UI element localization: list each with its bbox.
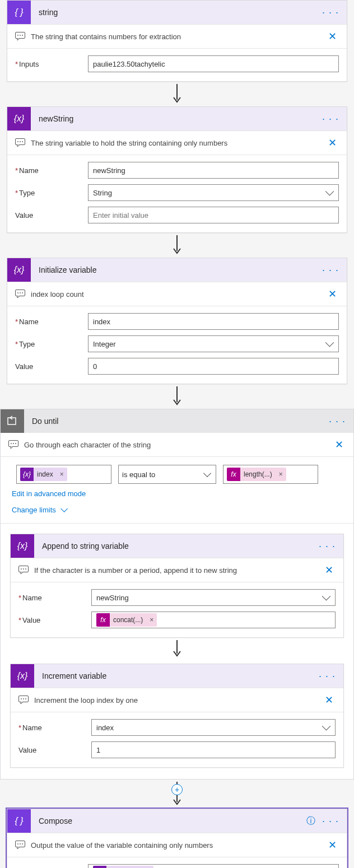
close-description-button[interactable]: ✕: [326, 137, 339, 149]
step-increment: {x} Increment variable · · · Increment t…: [10, 664, 344, 768]
svg-point-27: [23, 698, 24, 699]
step-string: { } string · · · The string that contain…: [7, 0, 347, 82]
condition-row: {x} index × is equal to fx length(...) ×: [1, 457, 353, 487]
comment-icon: [15, 32, 25, 41]
value-field[interactable]: 0: [88, 358, 339, 375]
name-label: Name: [15, 166, 88, 175]
variable-icon: {x}: [20, 468, 34, 481]
close-description-button[interactable]: ✕: [326, 30, 339, 43]
svg-point-28: [25, 698, 26, 699]
add-step-button[interactable]: +: [171, 784, 183, 795]
value-field[interactable]: fx concat(...) ×: [91, 612, 336, 628]
variable-icon: {x}: [7, 258, 31, 282]
condition-left[interactable]: {x} index ×: [16, 465, 111, 484]
name-label: Name: [15, 318, 88, 326]
variable-icon: {x}: [93, 866, 106, 868]
type-field[interactable]: Integer: [88, 335, 339, 352]
help-button[interactable]: ⓘ: [306, 815, 315, 827]
svg-point-21: [21, 568, 22, 570]
comment-icon: [8, 440, 18, 449]
step-description-row: The string that contains numbers for ext…: [7, 24, 347, 49]
token-remove-button[interactable]: ×: [146, 616, 157, 624]
step-title: string: [39, 8, 320, 17]
close-description-button[interactable]: ✕: [326, 839, 339, 851]
step-title: Append to string variable: [42, 542, 316, 550]
change-limits-link[interactable]: Change limits: [12, 506, 66, 514]
inputs-field[interactable]: paulie123.50tachytelic: [88, 55, 339, 72]
step-title: Increment variable: [42, 671, 316, 680]
close-description-button[interactable]: ✕: [323, 564, 336, 576]
edit-advanced-mode-link[interactable]: Edit in advanced mode: [12, 489, 86, 498]
more-menu-button[interactable]: · · ·: [316, 670, 338, 682]
type-label: Type: [15, 340, 88, 348]
comment-icon: [15, 841, 25, 850]
name-field[interactable]: index: [88, 313, 339, 330]
comment-icon: [15, 138, 25, 147]
step-do-until: Do until · · · Go through each character…: [0, 409, 354, 780]
fx-icon: fx: [96, 613, 110, 627]
variable-icon: {x}: [11, 534, 34, 558]
step-description: If the character is a number or a period…: [34, 566, 323, 575]
step-header[interactable]: {x} Append to string variable · · ·: [11, 534, 343, 558]
connector-arrow: [0, 233, 354, 258]
step-description: Output the value of the variable contain…: [31, 841, 326, 850]
comment-icon: [18, 696, 29, 704]
name-field[interactable]: newString: [91, 589, 336, 606]
more-menu-button[interactable]: · · ·: [320, 7, 341, 18]
token-remove-button[interactable]: ×: [57, 470, 67, 478]
step-append: {x} Append to string variable · · · If t…: [10, 534, 344, 638]
svg-point-33: [22, 843, 23, 844]
connector-arrow: [0, 82, 354, 106]
data-ops-icon: { }: [7, 1, 31, 24]
do-until-body: {x} Append to string variable · · · If t…: [1, 527, 353, 779]
advanced-mode-row: Edit in advanced mode: [1, 487, 353, 503]
comment-icon: [15, 290, 25, 298]
more-menu-button[interactable]: · · ·: [320, 264, 341, 276]
condition-operator[interactable]: is equal to: [118, 465, 216, 484]
condition-right[interactable]: fx length(...) ×: [223, 465, 318, 484]
connector-arrow: +: [0, 780, 354, 809]
svg-point-13: [22, 292, 23, 293]
more-menu-button[interactable]: · · ·: [320, 815, 341, 827]
token-variable-newstring[interactable]: {x} newString ×: [93, 866, 153, 868]
token-variable-index[interactable]: {x} index ×: [20, 468, 67, 481]
change-limits-row: Change limits: [1, 503, 353, 520]
type-field[interactable]: String: [88, 184, 339, 201]
step-description: index loop count: [31, 290, 326, 298]
value-field[interactable]: 1: [91, 741, 336, 758]
inputs-field[interactable]: {x} newString ×: [88, 864, 339, 868]
name-field[interactable]: newString: [88, 162, 339, 179]
token-remove-button[interactable]: ×: [276, 470, 286, 478]
step-header[interactable]: Do until · · ·: [1, 409, 353, 433]
step-description: The string that contains numbers for ext…: [31, 32, 326, 41]
variable-icon: {x}: [7, 107, 31, 130]
more-menu-button[interactable]: · · ·: [320, 113, 341, 125]
token-expression-length[interactable]: fx length(...) ×: [227, 468, 286, 481]
inputs-label: Inputs: [15, 60, 88, 68]
data-ops-icon: { }: [7, 809, 31, 833]
more-menu-button[interactable]: · · ·: [327, 416, 348, 427]
close-description-button[interactable]: ✕: [323, 694, 336, 706]
variable-icon: {x}: [11, 664, 34, 688]
close-description-button[interactable]: ✕: [326, 288, 339, 300]
svg-point-22: [23, 568, 24, 570]
svg-point-11: [17, 292, 18, 293]
svg-point-18: [13, 443, 14, 444]
step-description: Go through each character of the string: [24, 441, 333, 449]
more-menu-button[interactable]: · · ·: [316, 540, 338, 552]
step-compose: { } Compose ⓘ · · · Output the value of …: [7, 809, 347, 868]
comment-icon: [18, 566, 29, 575]
fx-icon: fx: [227, 468, 240, 481]
step-header[interactable]: {x} Initialize variable · · ·: [7, 258, 347, 282]
step-header[interactable]: {x} newString · · ·: [7, 107, 347, 130]
token-expression-concat[interactable]: fx concat(...) ×: [96, 613, 157, 627]
step-description: Increment the loop index by one: [34, 696, 323, 704]
close-description-button[interactable]: ✕: [333, 438, 346, 451]
name-field[interactable]: index: [91, 719, 336, 736]
svg-point-7: [20, 141, 21, 142]
value-field[interactable]: Enter initial value: [88, 207, 339, 223]
step-header[interactable]: { } Compose ⓘ · · ·: [7, 809, 347, 833]
step-header[interactable]: {x} Increment variable · · ·: [11, 664, 343, 688]
step-header[interactable]: { } string · · ·: [7, 1, 347, 24]
svg-point-31: [17, 843, 18, 844]
